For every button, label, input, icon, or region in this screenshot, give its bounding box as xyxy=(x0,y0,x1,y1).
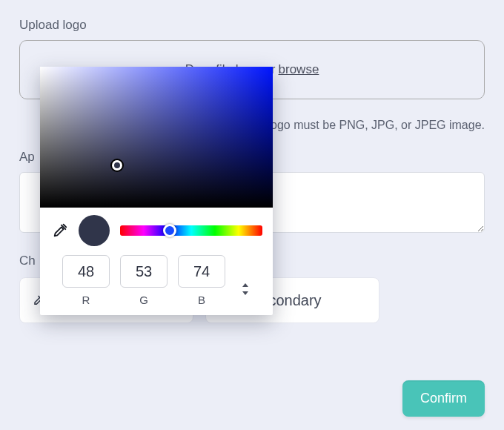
g-input[interactable] xyxy=(120,255,168,288)
confirm-row: Confirm xyxy=(402,380,485,417)
hue-thumb[interactable] xyxy=(163,224,176,237)
rgb-wrap: R G B xyxy=(40,251,273,315)
rgb-row: R G B xyxy=(40,251,236,308)
sv-cursor[interactable] xyxy=(112,160,122,171)
picker-controls-row xyxy=(40,208,273,251)
r-group: R xyxy=(62,255,110,306)
hue-slider[interactable] xyxy=(120,225,262,236)
r-input[interactable] xyxy=(62,255,110,288)
color-mode-toggle[interactable] xyxy=(240,283,251,295)
confirm-button[interactable]: Confirm xyxy=(402,380,485,417)
color-picker: R G B xyxy=(40,67,273,315)
picker-preview-swatch xyxy=(79,215,110,246)
g-label: G xyxy=(139,294,148,306)
browse-link[interactable]: browse xyxy=(279,62,319,77)
upload-logo-label: Upload logo xyxy=(19,18,485,33)
r-label: R xyxy=(82,294,90,306)
unfold-icon xyxy=(241,283,250,295)
page-root: Upload logo Drop file here or browse ogo… xyxy=(0,0,504,430)
eyedropper-icon xyxy=(52,222,68,239)
b-label: B xyxy=(198,294,205,306)
eyedropper-button[interactable] xyxy=(52,222,68,239)
g-group: G xyxy=(120,255,168,306)
saturation-value-panel[interactable] xyxy=(40,67,273,208)
b-group: B xyxy=(178,255,225,306)
b-input[interactable] xyxy=(178,255,225,288)
